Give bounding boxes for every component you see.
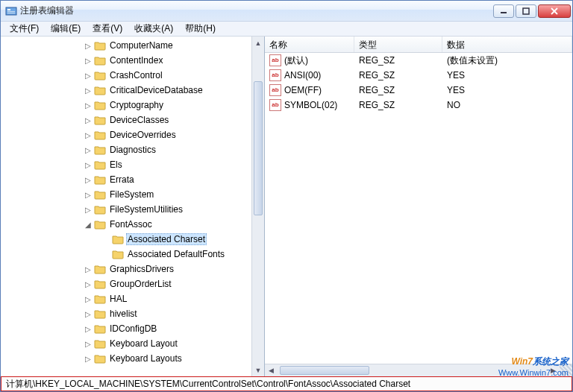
list-body[interactable]: ab(默认)REG_SZ(数值未设置)abANSI(00)REG_SZYESab… <box>265 53 572 364</box>
expand-icon[interactable]: ▷ <box>83 353 93 364</box>
folder-icon <box>94 99 106 111</box>
tree-item-label: Associated Charset <box>126 233 207 245</box>
menu-file[interactable]: 文件(F) <box>4 21 45 37</box>
expand-icon[interactable]: ▷ <box>83 100 93 110</box>
collapse-icon[interactable]: ◢ <box>83 219 93 230</box>
titlebar[interactable]: 注册表编辑器 <box>1 1 572 22</box>
tree-item[interactable]: ▷FileSystem <box>1 187 264 202</box>
tree-item[interactable]: ▷FileSystemUtilities <box>1 202 264 217</box>
resize-grip-icon[interactable] <box>560 364 572 376</box>
value-type: REG_SZ <box>354 85 442 95</box>
tree-item-label: FontAssoc <box>108 218 154 230</box>
statusbar-path: 计算机\HKEY_LOCAL_MACHINE\SYSTEM\CurrentCon… <box>6 378 410 391</box>
folder-icon <box>94 174 106 186</box>
minimize-button[interactable] <box>493 4 514 18</box>
list-row[interactable]: abANSI(00)REG_SZYES <box>265 68 572 83</box>
tree-vscrollbar[interactable]: ▲ ▼ <box>251 37 264 376</box>
menubar: 文件(F) 编辑(E) 查看(V) 收藏夹(A) 帮助(H) <box>1 22 572 37</box>
tree-item[interactable]: Associated Charset <box>1 232 264 247</box>
menu-edit[interactable]: 编辑(E) <box>45 21 87 37</box>
tree-item[interactable]: ▷CriticalDeviceDatabase <box>1 83 264 98</box>
expand-icon[interactable]: ▷ <box>83 309 93 319</box>
close-button[interactable] <box>538 4 571 18</box>
expand-icon[interactable]: ▷ <box>83 70 93 80</box>
menu-help[interactable]: 帮助(H) <box>179 21 222 37</box>
tree-item[interactable]: ▷DeviceOverrides <box>1 127 264 142</box>
expand-icon[interactable]: ▷ <box>83 189 93 200</box>
tree-item-label: Diagnostics <box>108 144 157 156</box>
tree-item[interactable]: ▷Errata <box>1 172 264 187</box>
tree-item[interactable]: ▷ContentIndex <box>1 53 264 68</box>
scroll-right-arrow-icon[interactable]: ▶ <box>547 364 560 376</box>
tree-item[interactable]: ◢FontAssoc <box>1 217 264 232</box>
expand-icon[interactable]: ▷ <box>83 55 93 66</box>
col-name[interactable]: 名称 <box>265 37 354 52</box>
tree-item[interactable]: ▷IDConfigDB <box>1 321 264 336</box>
tree-item[interactable]: ▷Keyboard Layouts <box>1 351 264 366</box>
string-value-icon: ab <box>269 99 281 111</box>
folder-icon <box>94 54 106 66</box>
folder-icon <box>94 338 106 350</box>
tree-item[interactable]: ▷CrashControl <box>1 68 264 83</box>
no-toggle <box>101 249 111 259</box>
expand-icon[interactable]: ▷ <box>83 338 93 349</box>
maximize-button[interactable] <box>516 4 536 18</box>
tree-item[interactable]: ▷ComputerName <box>1 38 264 53</box>
expand-icon[interactable]: ▷ <box>83 159 93 170</box>
scroll-thumb[interactable] <box>254 81 263 215</box>
list-header[interactable]: 名称 类型 数据 <box>265 37 572 53</box>
expand-icon[interactable]: ▷ <box>83 279 93 289</box>
expand-icon[interactable]: ▷ <box>83 85 93 95</box>
tree-item[interactable]: ▷hivelist <box>1 306 264 321</box>
svg-rect-2 <box>7 11 15 12</box>
menu-favorites[interactable]: 收藏夹(A) <box>128 21 179 37</box>
tree-item[interactable]: Associated DefaultFonts <box>1 247 264 262</box>
tree-item[interactable]: ▷HAL <box>1 291 264 306</box>
value-name: OEM(FF) <box>284 85 322 95</box>
list-hscrollbar[interactable]: ◀ ▶ <box>265 364 572 376</box>
scroll-thumb[interactable] <box>280 366 369 375</box>
expand-icon[interactable]: ▷ <box>83 204 93 215</box>
tree-item-label: Cryptography <box>108 99 165 111</box>
expand-icon[interactable]: ▷ <box>83 294 93 304</box>
expand-icon[interactable]: ▷ <box>83 115 93 125</box>
list-row[interactable]: abSYMBOL(02)REG_SZNO <box>265 98 572 113</box>
tree-item-label: Associated DefaultFonts <box>126 248 226 260</box>
folder-icon <box>112 248 124 260</box>
col-data[interactable]: 数据 <box>442 37 572 52</box>
expand-icon[interactable]: ▷ <box>83 40 93 51</box>
tree-item-label: ContentIndex <box>108 54 164 66</box>
expand-icon[interactable]: ▷ <box>83 130 93 140</box>
tree-item-label: hivelist <box>108 308 139 320</box>
tree-item[interactable]: ▷Els <box>1 157 264 172</box>
expand-icon[interactable]: ▷ <box>83 264 93 274</box>
scroll-up-arrow-icon[interactable]: ▲ <box>252 37 264 49</box>
expand-icon[interactable]: ▷ <box>83 145 93 155</box>
folder-icon <box>94 129 106 141</box>
tree-pane: ▷ComputerName▷ContentIndex▷CrashControl▷… <box>1 37 265 376</box>
folder-icon <box>112 233 124 245</box>
folder-icon <box>94 263 106 275</box>
folder-icon <box>94 84 106 96</box>
tree-item[interactable]: ▷Keyboard Layout <box>1 336 264 351</box>
tree-item[interactable]: ▷GroupOrderList <box>1 276 264 291</box>
expand-icon[interactable]: ▷ <box>83 323 93 334</box>
expand-icon[interactable]: ▷ <box>83 174 93 185</box>
list-row[interactable]: ab(默认)REG_SZ(数值未设置) <box>265 53 572 68</box>
scroll-down-arrow-icon[interactable]: ▼ <box>252 364 264 376</box>
col-type[interactable]: 类型 <box>354 37 442 52</box>
tree[interactable]: ▷ComputerName▷ContentIndex▷CrashControl▷… <box>1 37 264 367</box>
menu-view[interactable]: 查看(V) <box>87 21 128 37</box>
list-row[interactable]: abOEM(FF)REG_SZYES <box>265 83 572 98</box>
folder-icon <box>94 189 106 200</box>
tree-item[interactable]: ▷Diagnostics <box>1 142 264 157</box>
scroll-left-arrow-icon[interactable]: ◀ <box>265 364 278 376</box>
tree-item-label: GroupOrderList <box>108 278 173 290</box>
folder-icon <box>94 144 106 156</box>
value-name: SYMBOL(02) <box>284 100 337 110</box>
tree-item[interactable]: ▷DeviceClasses <box>1 113 264 127</box>
tree-item[interactable]: ▷Cryptography <box>1 98 264 113</box>
value-data: YES <box>442 85 572 95</box>
string-value-icon: ab <box>269 54 281 66</box>
tree-item[interactable]: ▷GraphicsDrivers <box>1 262 264 276</box>
